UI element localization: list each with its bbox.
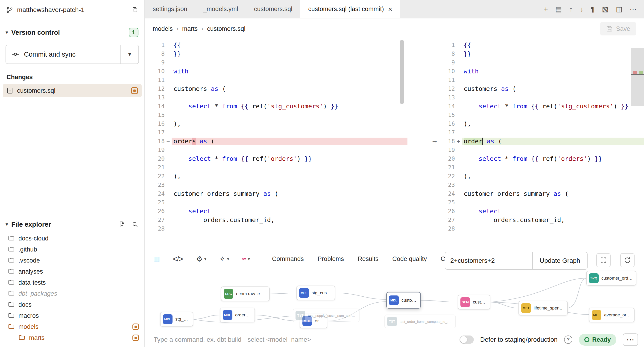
lineage-edge [421, 300, 458, 302]
more-editor-actions-icon[interactable]: ⋯ [630, 5, 637, 13]
code-text: orders.customer_id, [172, 216, 408, 223]
left-pane-scrollbar[interactable] [400, 40, 404, 104]
changed-files-list-icon[interactable]: ▤ [555, 5, 562, 13]
tab-customers-sql[interactable]: customers.sql [246, 0, 300, 18]
code-line-20: 20 select * from {{ ref('orders') }} [145, 154, 408, 163]
tree-item-macros[interactable]: macros [0, 310, 144, 321]
scrollbar-thumb[interactable] [631, 48, 644, 106]
tree-item-github[interactable]: .github [0, 244, 144, 255]
lineage-node-tst-test-order-items-compute-to-bools-correctly[interactable]: TSTtest_order_items_compute_to_bools_cor… [384, 315, 456, 328]
breadcrumb-file[interactable]: customers.sql [207, 25, 246, 32]
lineage-node-svq-customer-order-metrics[interactable]: SVQcustomer_order_metrics [586, 271, 636, 286]
file-tree: docs-cloud.github.vscodeanalysesdata-tes… [0, 232, 144, 343]
chevron-down-icon[interactable]: ▾ [248, 257, 250, 262]
tree-item-marts[interactable]: marts [0, 332, 144, 343]
diff-modified-pane[interactable]: 1{{8}}910with1112customers as (1314 sele… [408, 39, 644, 249]
tree-item-vscode[interactable]: .vscode [0, 255, 144, 266]
status-badge[interactable]: Ready [579, 334, 616, 346]
lineage-node-sem-customers[interactable]: SEMcustomers [458, 295, 490, 310]
compile-code-icon[interactable]: </> [173, 255, 183, 263]
version-control-header[interactable]: ▾ Version control 1 [0, 20, 144, 39]
tree-item-dbt-packages[interactable]: dbt_packages [0, 288, 144, 299]
lineage-node-mdl-customers[interactable]: MDLcustomers [386, 292, 421, 309]
docs-book-icon[interactable]: ▧ [602, 5, 608, 13]
tab-models-yml[interactable]: _models.yml [195, 0, 246, 18]
node-label: average_order_value [604, 313, 631, 318]
tree-item-docs-cloud[interactable]: docs-cloud [0, 233, 144, 244]
code-line-14: 14 select * from {{ ref('stg_customers')… [408, 102, 644, 110]
save-button[interactable]: Save [600, 22, 636, 35]
node-label: customers [473, 300, 487, 305]
line-number: 24 [442, 190, 455, 197]
panel-tab-code-quality[interactable]: Code quality [385, 249, 434, 269]
branch-selector[interactable]: matthewshaver-patch-1 [0, 0, 144, 20]
code-text: ), [462, 173, 644, 180]
new-tab-icon[interactable]: + [544, 5, 548, 13]
breadcrumb-models[interactable]: models [153, 25, 173, 32]
tab-strip: settings.json_models.ymlcustomers.sqlcus… [145, 0, 400, 18]
help-icon[interactable]: ? [564, 336, 572, 344]
lineage-node-src-ecom-raw-customers[interactable]: SRCecom.raw_customers [221, 287, 270, 301]
lineage-edge [193, 315, 220, 319]
commit-options-dropdown[interactable]: ▾ [120, 45, 138, 63]
preview-table-icon[interactable]: ▦ [153, 255, 160, 263]
chevron-down-icon[interactable]: ▾ [227, 257, 229, 262]
folder-icon [8, 301, 15, 308]
whitespace-pilcrow-icon[interactable]: ¶ [591, 5, 594, 13]
code-line-20: 20 select * from {{ ref('orders') }} [408, 154, 644, 163]
node-type-chip: MDL [299, 288, 309, 298]
build-icon[interactable]: ⚙▾ [196, 255, 206, 263]
tab-label: customers.sql [254, 5, 292, 13]
lineage-canvas[interactable]: SRCecom.raw_customersMDLstg_customersMDL… [145, 270, 644, 332]
sidebar: matthewshaver-patch-1 ▾ Version control … [0, 0, 145, 347]
previous-change-icon[interactable]: ↑ [569, 5, 572, 13]
tree-item-models[interactable]: models [0, 321, 144, 332]
commit-and-sync-button[interactable]: Commit and sync ▾ [6, 45, 139, 64]
diff-original-pane[interactable]: 1{{8}}910with1112customers as (1314 sele… [145, 39, 408, 249]
new-file-icon[interactable] [118, 221, 126, 228]
tab-settings-json[interactable]: settings.json [145, 0, 195, 18]
defer-toggle[interactable] [460, 336, 474, 344]
panel-tab-problems[interactable]: Problems [311, 249, 351, 269]
changed-file-customers-sql[interactable]: customers.sql [3, 84, 142, 97]
next-change-icon[interactable]: ↓ [580, 5, 584, 13]
lineage-node-met-average-order-value[interactable]: METaverage_order_value [589, 308, 634, 322]
chevron-down-icon[interactable]: ▾ [204, 257, 206, 262]
more-options-button[interactable]: ⋯ [623, 334, 638, 346]
tree-item-data-tests[interactable]: data-tests [0, 277, 144, 288]
overview-ruler[interactable] [631, 39, 644, 249]
status-ring-icon [584, 337, 590, 342]
fullscreen-icon[interactable] [596, 253, 610, 267]
breadcrumb-marts[interactable]: marts [182, 25, 198, 32]
lineage-node-met-lifetime-spend-pretax[interactable]: METlifetime_spend_pretax [518, 301, 568, 316]
panel-tab-commands[interactable]: Commands [265, 249, 311, 269]
tree-item-label: docs [18, 301, 32, 308]
copy-branch-icon[interactable] [132, 6, 138, 13]
code-line-23: 23 [145, 180, 408, 189]
command-input[interactable] [153, 336, 453, 344]
tab-customers-sql-last-commit[interactable]: customers.sql (last commit)× [300, 0, 400, 18]
code-text: select * from {{ ref('stg_customers') }} [462, 103, 644, 110]
lineage-node-mdl-order-items[interactable]: MDLorder_items [220, 308, 255, 322]
tree-item-analyses[interactable]: analyses [0, 266, 144, 277]
lineage-node-mdl-stg-customers[interactable]: MDLstg_customers [296, 286, 335, 300]
lineage-node-mdl-stg-orders[interactable]: MDLstg_orders [160, 312, 193, 327]
format-icon[interactable]: ✧▾ [219, 255, 229, 263]
lineage-controls: Update Graph [445, 252, 588, 270]
node-label: test_order_items_compute_to_bools_correc… [400, 320, 452, 324]
lint-fix-icon[interactable]: ≈▾ [242, 255, 250, 263]
revert-change-arrow-icon[interactable]: → [430, 136, 439, 145]
refresh-icon[interactable] [620, 253, 634, 267]
lineage-node-tst-test-supply-costs-sum-correctly[interactable]: TSTtest_supply_costs_sum_correctly [293, 309, 360, 322]
lineage-selector-input[interactable] [445, 252, 533, 270]
code-line-16: 16), [145, 119, 408, 128]
close-tab-icon[interactable]: × [388, 5, 392, 13]
file-explorer-header[interactable]: ▾ File explorer [0, 217, 144, 232]
search-icon[interactable] [132, 221, 138, 228]
tree-item-docs[interactable]: docs [0, 299, 144, 310]
lineage-edge [270, 293, 296, 294]
update-graph-button[interactable]: Update Graph [533, 252, 588, 270]
build-icon: ⚙ [196, 255, 202, 263]
panel-tab-results[interactable]: Results [351, 249, 385, 269]
split-editor-icon[interactable]: ◫ [616, 5, 622, 13]
